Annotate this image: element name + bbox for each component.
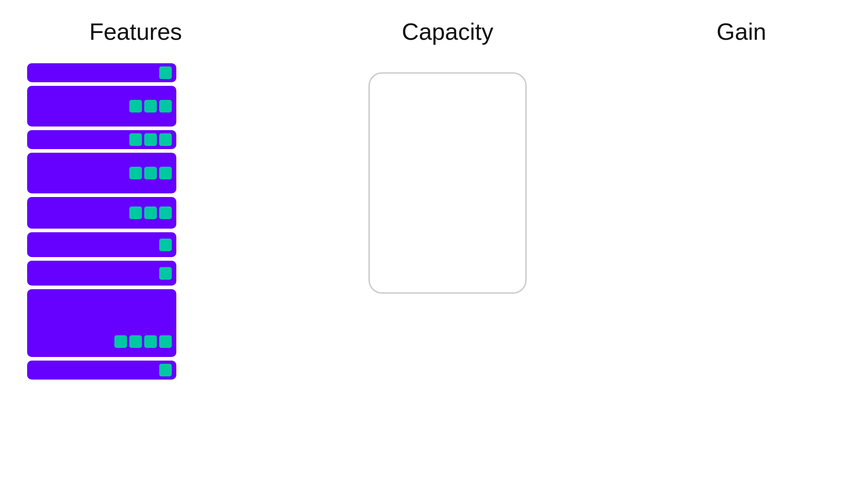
feature-bar-8[interactable] xyxy=(27,289,176,357)
teal-dot xyxy=(144,206,157,219)
page-container: Features xyxy=(0,0,868,488)
teal-dot xyxy=(159,335,172,348)
features-column: Features xyxy=(27,18,244,470)
teal-dot xyxy=(159,167,172,179)
teal-dot xyxy=(144,100,157,113)
feature-bar-5[interactable] xyxy=(27,197,176,229)
teal-dot xyxy=(129,335,142,348)
capacity-column: Capacity xyxy=(289,18,606,470)
teal-dot xyxy=(129,100,142,113)
teal-dot xyxy=(129,206,142,219)
gain-column: Gain xyxy=(651,18,832,470)
feature-bar-6[interactable] xyxy=(27,232,176,257)
capacity-box xyxy=(368,72,527,294)
teal-dots-4 xyxy=(129,167,172,179)
teal-dot xyxy=(159,267,172,280)
teal-dots-7 xyxy=(159,267,172,280)
feature-bar-4[interactable] xyxy=(27,153,176,193)
feature-bar-3[interactable] xyxy=(27,130,176,149)
teal-dots-1 xyxy=(159,66,172,79)
teal-dot xyxy=(159,364,172,376)
teal-dot xyxy=(144,167,157,179)
feature-bar-7[interactable] xyxy=(27,261,176,286)
teal-dot xyxy=(159,133,172,146)
feature-bar-2[interactable] xyxy=(27,86,176,127)
teal-dots-2 xyxy=(129,100,172,113)
teal-dots-8 xyxy=(114,335,172,352)
teal-dots-6 xyxy=(159,239,172,251)
teal-dot xyxy=(159,66,172,79)
gain-header: Gain xyxy=(651,18,832,45)
features-list xyxy=(27,63,244,380)
teal-dot xyxy=(129,133,142,146)
feature-bar-1[interactable] xyxy=(27,63,176,82)
teal-dots-3 xyxy=(129,133,172,146)
teal-dot xyxy=(159,239,172,251)
feature-bar-9[interactable] xyxy=(27,361,176,380)
teal-dot xyxy=(129,167,142,179)
teal-dot xyxy=(159,206,172,219)
capacity-header: Capacity xyxy=(289,18,606,45)
teal-dot xyxy=(159,100,172,113)
teal-dots-9 xyxy=(159,364,172,376)
teal-dots-5 xyxy=(129,206,172,219)
teal-dot xyxy=(114,335,127,348)
features-header: Features xyxy=(27,18,244,45)
teal-dot xyxy=(144,133,157,146)
teal-dot xyxy=(144,335,157,348)
